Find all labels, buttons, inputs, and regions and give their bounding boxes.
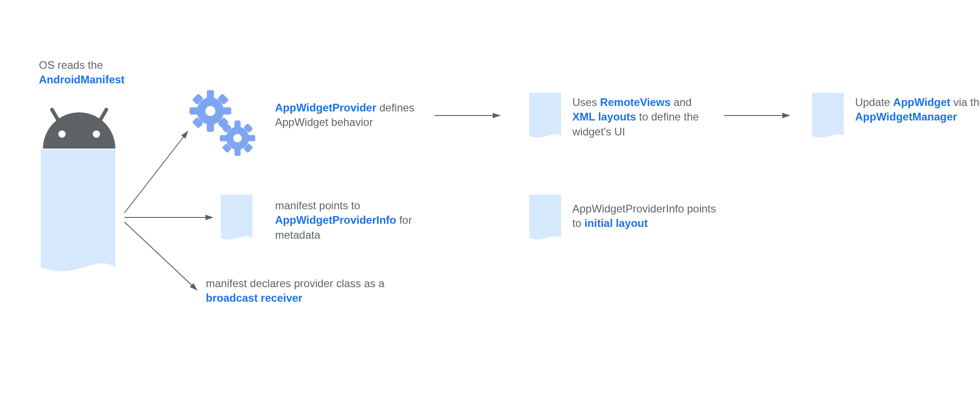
- svg-rect-7: [190, 107, 199, 115]
- svg-line-2: [52, 110, 58, 120]
- svg-rect-15: [234, 120, 241, 128]
- svg-point-0: [58, 130, 66, 138]
- node-appwidgetprovider: AppWidgetProvider defines AppWidget beha…: [275, 101, 420, 130]
- broadcast-pre: manifest declares provider class as a: [206, 277, 385, 289]
- update-mid: via the: [950, 96, 980, 108]
- remoteviews-pre: Uses: [572, 96, 600, 108]
- appwidgetprovider-term: AppWidgetProvider: [275, 101, 376, 114]
- doc-icon-metadata: [221, 195, 252, 240]
- node-metadata: manifest points to AppWidgetProviderInfo…: [275, 198, 429, 242]
- doc-icon-update: [812, 93, 844, 138]
- update-pre: Update: [855, 96, 893, 108]
- svg-rect-8: [222, 107, 231, 115]
- appwidget-term: AppWidget: [893, 96, 950, 108]
- remoteviews-term: RemoteViews: [600, 96, 671, 108]
- diagram-stage: OS reads the AndroidManifest: [0, 0, 980, 395]
- intro-line1: OS reads the: [39, 59, 103, 71]
- svg-rect-21: [222, 143, 232, 153]
- svg-rect-18: [247, 135, 255, 141]
- svg-rect-20: [243, 123, 253, 133]
- android-doc-icon: [41, 149, 115, 271]
- svg-rect-10: [217, 93, 228, 105]
- intro-line2-link: AndroidManifest: [39, 73, 124, 86]
- svg-rect-11: [192, 117, 203, 128]
- svg-point-4: [197, 97, 224, 125]
- metadata-pre: manifest points to: [275, 199, 360, 212]
- arrow-to-provider: [124, 131, 188, 213]
- doc-icon-remoteviews: [529, 93, 561, 138]
- node-remoteviews: Uses RemoteViews and XML layouts to defi…: [572, 95, 717, 139]
- svg-rect-5: [207, 90, 214, 99]
- svg-rect-6: [207, 123, 214, 132]
- arrow-to-broadcast: [124, 222, 197, 290]
- svg-line-3: [100, 110, 106, 120]
- svg-rect-16: [234, 148, 241, 156]
- remoteviews-mid: and: [671, 96, 692, 108]
- node-update-appwidget: Update AppWidget via the AppWidgetManage…: [855, 95, 980, 125]
- svg-rect-17: [220, 135, 228, 141]
- node-initial-layout: AppWidgetProviderInfo points to initial …: [572, 202, 717, 231]
- broadcast-receiver-term: broadcast receiver: [206, 292, 302, 304]
- svg-point-13: [205, 106, 215, 116]
- svg-rect-19: [222, 123, 232, 133]
- intro-text: OS reads the AndroidManifest: [39, 58, 175, 87]
- svg-rect-12: [217, 117, 228, 128]
- svg-rect-9: [192, 93, 203, 105]
- svg-point-23: [233, 134, 242, 143]
- initial-layout-term: initial layout: [585, 217, 648, 229]
- appwidgetmanager-term: AppWidgetManager: [855, 111, 957, 123]
- gears-icon: [190, 90, 255, 156]
- svg-rect-22: [243, 143, 253, 153]
- svg-point-1: [93, 130, 100, 138]
- appwidgetproviderinfo-term: AppWidgetProviderInfo: [275, 214, 396, 226]
- doc-icon-initial-layout: [529, 195, 561, 240]
- node-broadcast: manifest declares provider class as a br…: [206, 276, 405, 306]
- xmllayouts-term: XML layouts: [572, 111, 636, 123]
- android-head-icon: [43, 110, 115, 149]
- svg-point-14: [226, 127, 249, 150]
